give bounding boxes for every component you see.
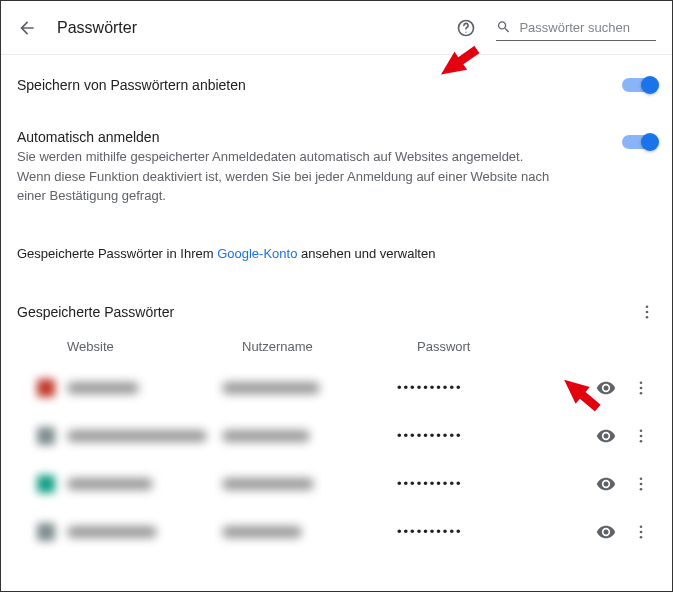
username-value xyxy=(222,526,302,538)
site-favicon xyxy=(37,475,55,493)
username-value xyxy=(222,478,314,490)
svg-point-4 xyxy=(646,315,649,318)
svg-point-15 xyxy=(640,530,643,533)
offer-save-toggle[interactable] xyxy=(622,78,656,92)
website-value xyxy=(67,478,153,490)
show-password-icon[interactable] xyxy=(596,426,616,446)
table-row[interactable]: •••••••••• xyxy=(17,460,656,508)
column-website: Website xyxy=(67,339,242,354)
username-value xyxy=(222,430,310,442)
help-icon[interactable] xyxy=(456,18,476,38)
website-value xyxy=(67,382,139,394)
saved-passwords-header: Gespeicherte Passwörter xyxy=(17,283,656,329)
show-password-icon[interactable] xyxy=(596,522,616,542)
svg-point-1 xyxy=(465,31,466,32)
auto-signin-description: Sie werden mithilfe gespeicherter Anmeld… xyxy=(17,147,557,206)
google-account-link[interactable]: Google-Konto xyxy=(217,246,297,261)
manage-prefix: Gespeicherte Passwörter in Ihrem xyxy=(17,246,217,261)
table-row[interactable]: •••••••••• xyxy=(17,412,656,460)
row-more-icon[interactable] xyxy=(632,475,650,493)
svg-point-12 xyxy=(640,482,643,485)
site-favicon xyxy=(37,379,55,397)
website-value xyxy=(67,430,207,442)
svg-point-2 xyxy=(646,305,649,308)
svg-point-13 xyxy=(640,487,643,490)
svg-point-10 xyxy=(640,439,643,442)
search-box[interactable] xyxy=(496,14,656,41)
column-username: Nutzername xyxy=(242,339,417,354)
password-mask: •••••••••• xyxy=(397,476,586,491)
page-title: Passwörter xyxy=(57,19,137,37)
search-input[interactable] xyxy=(519,20,656,35)
password-mask: •••••••••• xyxy=(397,380,586,395)
website-value xyxy=(67,526,157,538)
site-favicon xyxy=(37,427,55,445)
manage-suffix: ansehen und verwalten xyxy=(297,246,435,261)
saved-passwords-title: Gespeicherte Passwörter xyxy=(17,304,174,320)
username-value xyxy=(222,382,320,394)
row-more-icon[interactable] xyxy=(632,427,650,445)
svg-point-9 xyxy=(640,434,643,437)
table-row[interactable]: •••••••••• xyxy=(17,364,656,412)
column-password: Passwort xyxy=(417,339,656,354)
passwords-table: Website Nutzername Passwort •••••••••• •… xyxy=(17,329,656,556)
password-mask: •••••••••• xyxy=(397,524,586,539)
svg-point-16 xyxy=(640,535,643,538)
show-password-icon[interactable] xyxy=(596,474,616,494)
setting-auto-signin: Automatisch anmelden Sie werden mithilfe… xyxy=(17,111,656,224)
password-mask: •••••••••• xyxy=(397,428,586,443)
auto-signin-title: Automatisch anmelden xyxy=(17,129,557,145)
svg-point-3 xyxy=(646,310,649,313)
svg-point-8 xyxy=(640,429,643,432)
auto-signin-toggle[interactable] xyxy=(622,135,656,149)
svg-point-14 xyxy=(640,525,643,528)
table-row[interactable]: •••••••••• xyxy=(17,508,656,556)
section-more-icon[interactable] xyxy=(638,303,656,321)
setting-offer-save: Speichern von Passwörtern anbieten xyxy=(17,59,656,111)
svg-point-5 xyxy=(640,381,643,384)
row-more-icon[interactable] xyxy=(632,523,650,541)
offer-save-label: Speichern von Passwörtern anbieten xyxy=(17,77,246,93)
header: Passwörter xyxy=(1,1,672,55)
site-favicon xyxy=(37,523,55,541)
search-icon xyxy=(496,18,511,36)
back-icon[interactable] xyxy=(17,18,37,38)
manage-passwords-row: Gespeicherte Passwörter in Ihrem Google-… xyxy=(17,224,656,283)
svg-point-7 xyxy=(640,391,643,394)
svg-point-11 xyxy=(640,477,643,480)
row-more-icon[interactable] xyxy=(632,379,650,397)
show-password-icon[interactable] xyxy=(596,378,616,398)
svg-point-6 xyxy=(640,386,643,389)
